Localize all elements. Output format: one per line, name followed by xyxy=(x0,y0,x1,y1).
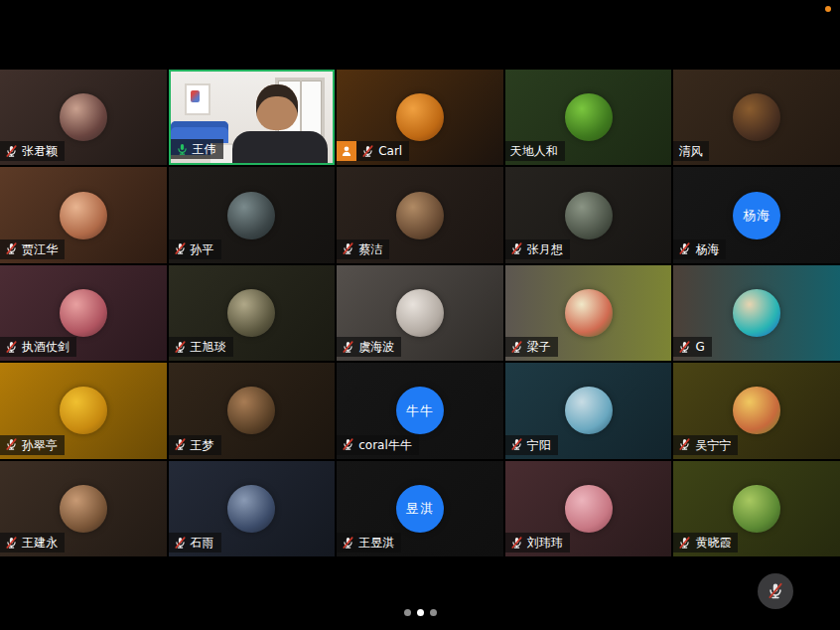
participant-tile[interactable]: 孙翠亭 xyxy=(0,363,167,458)
participant-tile[interactable]: 张君颖 xyxy=(0,70,167,165)
avatar xyxy=(396,192,444,239)
name-label: 天地人和 xyxy=(505,141,565,161)
participant-tile[interactable]: 牛牛 coral牛牛 xyxy=(337,363,503,458)
participant-tile[interactable]: 杨海 杨海 xyxy=(673,167,840,262)
guest-badge-icon xyxy=(337,141,356,161)
participant-tile[interactable]: 孙平 xyxy=(169,167,336,262)
mic-muted-icon xyxy=(342,438,354,451)
participant-tile[interactable]: 刘玮玮 xyxy=(505,461,672,556)
participant-tile[interactable]: G xyxy=(673,265,840,361)
name-label: 刘玮玮 xyxy=(505,533,570,552)
avatar xyxy=(60,289,107,337)
participant-tile[interactable]: 张月想 xyxy=(505,167,672,262)
participant-tile[interactable]: 蔡洁 xyxy=(337,167,503,262)
mic-muted-icon xyxy=(510,242,523,255)
participant-name: G xyxy=(695,340,704,354)
name-label: coral牛牛 xyxy=(337,435,419,455)
name-label: 梁子 xyxy=(505,337,558,357)
participant-tile[interactable]: Carl xyxy=(337,70,503,165)
avatar xyxy=(733,289,780,337)
participant-name: Carl xyxy=(378,144,402,158)
name-label: 石雨 xyxy=(169,533,221,552)
participant-name: 石雨 xyxy=(191,536,214,550)
participant-tile[interactable]: 王梦 xyxy=(169,363,336,458)
pagination-dot[interactable] xyxy=(404,609,411,616)
participant-name: 清风 xyxy=(678,144,702,158)
name-label: 王昱淇 xyxy=(337,533,401,552)
participant-name: 吴宁宁 xyxy=(695,438,731,452)
mic-muted-icon xyxy=(174,341,187,354)
participant-name: 黄晓霞 xyxy=(695,536,731,550)
participant-tile[interactable]: 宁阳 xyxy=(505,363,672,458)
mic-muted-icon xyxy=(5,438,18,451)
pagination-dot[interactable] xyxy=(430,609,437,616)
mic-muted-icon xyxy=(174,438,187,451)
participant-tile[interactable]: 黄晓霞 xyxy=(673,461,840,556)
avatar xyxy=(565,93,613,141)
mic-muted-icon xyxy=(342,341,354,354)
participant-tile[interactable]: 昱淇 王昱淇 xyxy=(337,461,503,556)
name-label: 杨海 xyxy=(673,239,726,259)
participant-tile[interactable]: 王旭琰 xyxy=(169,265,336,361)
mic-muted-icon xyxy=(678,341,691,354)
avatar xyxy=(733,485,780,533)
avatar xyxy=(565,485,613,533)
name-label: 孙翠亭 xyxy=(0,435,65,455)
mic-muted-icon xyxy=(678,438,691,451)
participant-name: 执酒仗剑 xyxy=(22,340,70,354)
participant-name: coral牛牛 xyxy=(358,438,412,452)
mute-toggle-button[interactable] xyxy=(758,573,793,609)
name-label: 贾江华 xyxy=(0,239,65,259)
participant-tile[interactable]: 虞海波 xyxy=(337,265,503,361)
participant-name: 王昱淇 xyxy=(358,536,394,550)
picture-frame xyxy=(185,83,210,115)
participant-grid: 张君颖 王伟 xyxy=(0,70,840,556)
participant-name: 蔡洁 xyxy=(358,242,382,256)
mic-muted-icon xyxy=(5,145,18,158)
participant-tile[interactable]: 王伟 xyxy=(169,70,336,165)
participant-name: 天地人和 xyxy=(510,144,558,158)
participant-tile[interactable]: 王建永 xyxy=(0,461,167,556)
avatar xyxy=(396,289,444,337)
mic-muted-icon xyxy=(5,341,18,354)
avatar xyxy=(733,93,780,141)
notification-dot xyxy=(825,6,831,12)
participant-tile[interactable]: 石雨 xyxy=(169,461,336,556)
name-label: 张月想 xyxy=(505,239,570,259)
participant-name: 虞海波 xyxy=(358,340,394,354)
avatar xyxy=(60,93,107,141)
participant-name: 王伟 xyxy=(193,142,216,156)
avatar xyxy=(227,485,275,533)
participant-name: 王建永 xyxy=(22,536,58,550)
avatar xyxy=(565,192,613,239)
participant-tile[interactable]: 梁子 xyxy=(505,265,672,361)
pagination-dot[interactable] xyxy=(417,609,424,616)
mic-muted-icon xyxy=(510,537,523,550)
participant-tile[interactable]: 执酒仗剑 xyxy=(0,265,167,361)
mic-muted-icon xyxy=(510,438,523,451)
participant-name: 孙平 xyxy=(191,242,214,256)
participant-tile[interactable]: 吴宁宁 xyxy=(673,363,840,458)
avatar xyxy=(227,289,275,337)
name-label: 吴宁宁 xyxy=(673,435,738,455)
top-bar xyxy=(0,0,840,70)
person-head xyxy=(256,84,298,130)
participant-tile[interactable]: 天地人和 xyxy=(505,70,672,165)
participant-tile[interactable]: 清风 xyxy=(673,70,840,165)
mic-muted-icon xyxy=(342,242,354,255)
avatar xyxy=(565,387,613,434)
name-label: 张君颖 xyxy=(0,141,65,161)
avatar: 昱淇 xyxy=(396,485,444,533)
mic-muted-icon xyxy=(342,537,354,550)
avatar xyxy=(733,387,780,434)
name-label: 宁阳 xyxy=(505,435,558,455)
participant-tile[interactable]: 贾江华 xyxy=(0,167,167,262)
participant-name: 孙翠亭 xyxy=(22,438,58,452)
mic-muted-icon xyxy=(678,242,691,255)
name-label: 蔡洁 xyxy=(337,239,389,259)
name-label: 执酒仗剑 xyxy=(0,337,76,357)
name-label: 虞海波 xyxy=(337,337,401,357)
participant-name: 贾江华 xyxy=(22,242,58,256)
avatar xyxy=(60,192,107,239)
mic-muted-icon xyxy=(5,242,18,255)
